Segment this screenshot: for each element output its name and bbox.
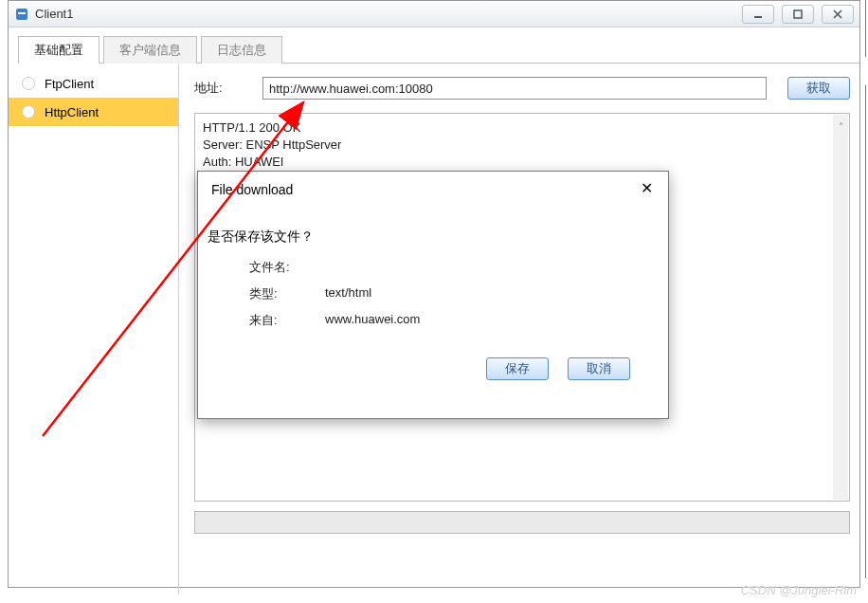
- dialog-titlebar: File download ✕: [198, 172, 668, 208]
- sidebar-item-httpclient[interactable]: HttpClient: [9, 98, 178, 126]
- sidebar-item-ftpclient[interactable]: FtpClient: [9, 69, 178, 98]
- dialog-title: File download: [211, 182, 293, 197]
- svg-rect-1: [18, 12, 26, 14]
- fetch-button[interactable]: 获取: [787, 77, 850, 100]
- scroll-up-caret-icon[interactable]: ˄: [839, 119, 843, 136]
- sidebar-item-label: HttpClient: [45, 105, 99, 119]
- save-button[interactable]: 保存: [486, 357, 549, 380]
- svg-rect-2: [754, 16, 762, 18]
- file-download-dialog: File download ✕ 是否保存该文件？ 文件名: 类型: text/h…: [197, 171, 669, 419]
- response-line: Auth: HUAWEI: [203, 154, 841, 171]
- sidebar: FtpClient HttpClient: [9, 64, 179, 594]
- address-input[interactable]: [262, 77, 767, 100]
- page-edge-decoration: [859, 0, 868, 603]
- window-buttons: [742, 5, 854, 24]
- dialog-buttons: 保存 取消: [208, 338, 653, 380]
- sidebar-item-label: FtpClient: [45, 77, 94, 91]
- minimize-button[interactable]: [742, 5, 774, 24]
- radio-icon: [22, 105, 35, 119]
- address-row: 地址: 获取: [194, 77, 850, 100]
- response-line: HTTP/1.1 200 OK: [203, 119, 841, 137]
- tab-bar: 基础配置 客户端信息 日志信息: [18, 35, 859, 64]
- type-label: 类型:: [249, 285, 325, 302]
- dialog-row-type: 类型: text/html: [249, 285, 653, 302]
- dialog-question: 是否保存该文件？: [208, 228, 653, 246]
- from-value: www.huawei.com: [325, 312, 420, 329]
- address-label: 地址:: [194, 80, 242, 97]
- dialog-body: 是否保存该文件？ 文件名: 类型: text/html 来自: www.huaw…: [198, 208, 668, 380]
- response-line: Server: ENSP HttpServer: [203, 137, 841, 154]
- radio-icon: [22, 77, 35, 90]
- from-label: 来自:: [249, 312, 325, 329]
- filename-label: 文件名:: [249, 259, 325, 276]
- tab-client-info[interactable]: 客户端信息: [103, 36, 197, 64]
- progress-box: [194, 511, 850, 534]
- tab-log-info[interactable]: 日志信息: [201, 36, 282, 64]
- cancel-button[interactable]: 取消: [568, 357, 630, 380]
- svg-rect-3: [794, 10, 802, 18]
- dialog-close-button[interactable]: ✕: [638, 181, 655, 198]
- tab-basic-config[interactable]: 基础配置: [18, 36, 99, 64]
- maximize-button[interactable]: [782, 5, 814, 24]
- dialog-row-filename: 文件名:: [249, 259, 653, 276]
- close-button[interactable]: [822, 5, 854, 24]
- window-title: Client1: [35, 1, 742, 27]
- type-value: text/html: [325, 285, 371, 302]
- dialog-row-from: 来自: www.huawei.com: [249, 312, 653, 329]
- app-icon: [14, 7, 29, 22]
- titlebar: Client1: [9, 1, 859, 27]
- scrollbar[interactable]: ˄: [833, 115, 848, 500]
